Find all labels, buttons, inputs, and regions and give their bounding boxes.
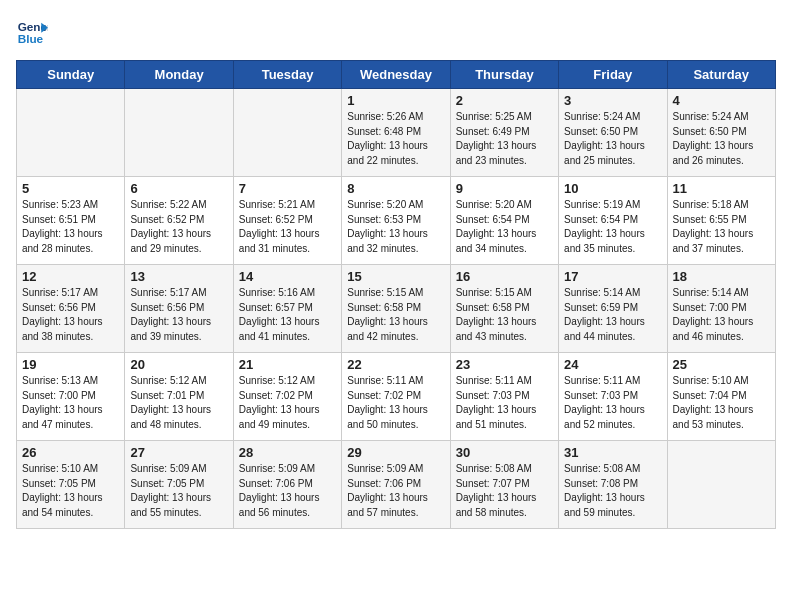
day-number: 8 xyxy=(347,181,444,196)
table-row: 13Sunrise: 5:17 AM Sunset: 6:56 PM Dayli… xyxy=(125,265,233,353)
table-row: 30Sunrise: 5:08 AM Sunset: 7:07 PM Dayli… xyxy=(450,441,558,529)
day-header-monday: Monday xyxy=(125,61,233,89)
day-info: Sunrise: 5:26 AM Sunset: 6:48 PM Dayligh… xyxy=(347,110,444,168)
day-info: Sunrise: 5:17 AM Sunset: 6:56 PM Dayligh… xyxy=(130,286,227,344)
table-row: 23Sunrise: 5:11 AM Sunset: 7:03 PM Dayli… xyxy=(450,353,558,441)
table-row: 5Sunrise: 5:23 AM Sunset: 6:51 PM Daylig… xyxy=(17,177,125,265)
table-row: 9Sunrise: 5:20 AM Sunset: 6:54 PM Daylig… xyxy=(450,177,558,265)
table-row xyxy=(667,441,775,529)
day-number: 5 xyxy=(22,181,119,196)
table-row: 7Sunrise: 5:21 AM Sunset: 6:52 PM Daylig… xyxy=(233,177,341,265)
day-info: Sunrise: 5:20 AM Sunset: 6:54 PM Dayligh… xyxy=(456,198,553,256)
table-row: 1Sunrise: 5:26 AM Sunset: 6:48 PM Daylig… xyxy=(342,89,450,177)
table-row: 26Sunrise: 5:10 AM Sunset: 7:05 PM Dayli… xyxy=(17,441,125,529)
day-info: Sunrise: 5:12 AM Sunset: 7:02 PM Dayligh… xyxy=(239,374,336,432)
day-info: Sunrise: 5:24 AM Sunset: 6:50 PM Dayligh… xyxy=(564,110,661,168)
day-number: 31 xyxy=(564,445,661,460)
calendar-week-1: 1Sunrise: 5:26 AM Sunset: 6:48 PM Daylig… xyxy=(17,89,776,177)
day-info: Sunrise: 5:12 AM Sunset: 7:01 PM Dayligh… xyxy=(130,374,227,432)
day-number: 1 xyxy=(347,93,444,108)
day-number: 13 xyxy=(130,269,227,284)
day-number: 17 xyxy=(564,269,661,284)
table-row: 29Sunrise: 5:09 AM Sunset: 7:06 PM Dayli… xyxy=(342,441,450,529)
day-number: 27 xyxy=(130,445,227,460)
day-number: 15 xyxy=(347,269,444,284)
table-row: 28Sunrise: 5:09 AM Sunset: 7:06 PM Dayli… xyxy=(233,441,341,529)
day-number: 22 xyxy=(347,357,444,372)
table-row: 24Sunrise: 5:11 AM Sunset: 7:03 PM Dayli… xyxy=(559,353,667,441)
day-number: 23 xyxy=(456,357,553,372)
logo-icon: General Blue xyxy=(16,16,48,48)
day-number: 30 xyxy=(456,445,553,460)
table-row: 20Sunrise: 5:12 AM Sunset: 7:01 PM Dayli… xyxy=(125,353,233,441)
logo: General Blue xyxy=(16,16,52,48)
table-row: 6Sunrise: 5:22 AM Sunset: 6:52 PM Daylig… xyxy=(125,177,233,265)
day-number: 28 xyxy=(239,445,336,460)
day-info: Sunrise: 5:18 AM Sunset: 6:55 PM Dayligh… xyxy=(673,198,770,256)
day-info: Sunrise: 5:09 AM Sunset: 7:05 PM Dayligh… xyxy=(130,462,227,520)
table-row: 18Sunrise: 5:14 AM Sunset: 7:00 PM Dayli… xyxy=(667,265,775,353)
table-row: 14Sunrise: 5:16 AM Sunset: 6:57 PM Dayli… xyxy=(233,265,341,353)
table-row: 16Sunrise: 5:15 AM Sunset: 6:58 PM Dayli… xyxy=(450,265,558,353)
day-header-sunday: Sunday xyxy=(17,61,125,89)
table-row: 31Sunrise: 5:08 AM Sunset: 7:08 PM Dayli… xyxy=(559,441,667,529)
day-number: 21 xyxy=(239,357,336,372)
day-info: Sunrise: 5:08 AM Sunset: 7:07 PM Dayligh… xyxy=(456,462,553,520)
day-info: Sunrise: 5:10 AM Sunset: 7:04 PM Dayligh… xyxy=(673,374,770,432)
day-number: 4 xyxy=(673,93,770,108)
day-info: Sunrise: 5:17 AM Sunset: 6:56 PM Dayligh… xyxy=(22,286,119,344)
day-info: Sunrise: 5:20 AM Sunset: 6:53 PM Dayligh… xyxy=(347,198,444,256)
day-header-saturday: Saturday xyxy=(667,61,775,89)
day-info: Sunrise: 5:11 AM Sunset: 7:03 PM Dayligh… xyxy=(564,374,661,432)
calendar-header: SundayMondayTuesdayWednesdayThursdayFrid… xyxy=(17,61,776,89)
day-number: 11 xyxy=(673,181,770,196)
day-info: Sunrise: 5:15 AM Sunset: 6:58 PM Dayligh… xyxy=(347,286,444,344)
day-info: Sunrise: 5:14 AM Sunset: 6:59 PM Dayligh… xyxy=(564,286,661,344)
table-row: 11Sunrise: 5:18 AM Sunset: 6:55 PM Dayli… xyxy=(667,177,775,265)
day-info: Sunrise: 5:24 AM Sunset: 6:50 PM Dayligh… xyxy=(673,110,770,168)
day-info: Sunrise: 5:19 AM Sunset: 6:54 PM Dayligh… xyxy=(564,198,661,256)
calendar-week-3: 12Sunrise: 5:17 AM Sunset: 6:56 PM Dayli… xyxy=(17,265,776,353)
day-header-thursday: Thursday xyxy=(450,61,558,89)
table-row: 21Sunrise: 5:12 AM Sunset: 7:02 PM Dayli… xyxy=(233,353,341,441)
table-row: 10Sunrise: 5:19 AM Sunset: 6:54 PM Dayli… xyxy=(559,177,667,265)
table-row: 27Sunrise: 5:09 AM Sunset: 7:05 PM Dayli… xyxy=(125,441,233,529)
day-info: Sunrise: 5:16 AM Sunset: 6:57 PM Dayligh… xyxy=(239,286,336,344)
day-number: 29 xyxy=(347,445,444,460)
day-info: Sunrise: 5:22 AM Sunset: 6:52 PM Dayligh… xyxy=(130,198,227,256)
day-number: 26 xyxy=(22,445,119,460)
table-row xyxy=(17,89,125,177)
day-number: 6 xyxy=(130,181,227,196)
page-header: General Blue xyxy=(16,16,776,48)
table-row: 8Sunrise: 5:20 AM Sunset: 6:53 PM Daylig… xyxy=(342,177,450,265)
table-row: 22Sunrise: 5:11 AM Sunset: 7:02 PM Dayli… xyxy=(342,353,450,441)
table-row: 25Sunrise: 5:10 AM Sunset: 7:04 PM Dayli… xyxy=(667,353,775,441)
table-row xyxy=(233,89,341,177)
calendar-body: 1Sunrise: 5:26 AM Sunset: 6:48 PM Daylig… xyxy=(17,89,776,529)
day-info: Sunrise: 5:09 AM Sunset: 7:06 PM Dayligh… xyxy=(347,462,444,520)
day-number: 14 xyxy=(239,269,336,284)
day-header-wednesday: Wednesday xyxy=(342,61,450,89)
table-row: 2Sunrise: 5:25 AM Sunset: 6:49 PM Daylig… xyxy=(450,89,558,177)
day-number: 2 xyxy=(456,93,553,108)
day-info: Sunrise: 5:23 AM Sunset: 6:51 PM Dayligh… xyxy=(22,198,119,256)
calendar-table: SundayMondayTuesdayWednesdayThursdayFrid… xyxy=(16,60,776,529)
table-row: 15Sunrise: 5:15 AM Sunset: 6:58 PM Dayli… xyxy=(342,265,450,353)
day-header-friday: Friday xyxy=(559,61,667,89)
day-number: 10 xyxy=(564,181,661,196)
day-number: 19 xyxy=(22,357,119,372)
day-number: 20 xyxy=(130,357,227,372)
calendar-week-2: 5Sunrise: 5:23 AM Sunset: 6:51 PM Daylig… xyxy=(17,177,776,265)
calendar-week-5: 26Sunrise: 5:10 AM Sunset: 7:05 PM Dayli… xyxy=(17,441,776,529)
table-row: 3Sunrise: 5:24 AM Sunset: 6:50 PM Daylig… xyxy=(559,89,667,177)
day-info: Sunrise: 5:25 AM Sunset: 6:49 PM Dayligh… xyxy=(456,110,553,168)
table-row: 4Sunrise: 5:24 AM Sunset: 6:50 PM Daylig… xyxy=(667,89,775,177)
day-number: 12 xyxy=(22,269,119,284)
day-info: Sunrise: 5:09 AM Sunset: 7:06 PM Dayligh… xyxy=(239,462,336,520)
day-header-tuesday: Tuesday xyxy=(233,61,341,89)
day-info: Sunrise: 5:10 AM Sunset: 7:05 PM Dayligh… xyxy=(22,462,119,520)
day-number: 18 xyxy=(673,269,770,284)
day-number: 24 xyxy=(564,357,661,372)
table-row: 19Sunrise: 5:13 AM Sunset: 7:00 PM Dayli… xyxy=(17,353,125,441)
day-info: Sunrise: 5:08 AM Sunset: 7:08 PM Dayligh… xyxy=(564,462,661,520)
